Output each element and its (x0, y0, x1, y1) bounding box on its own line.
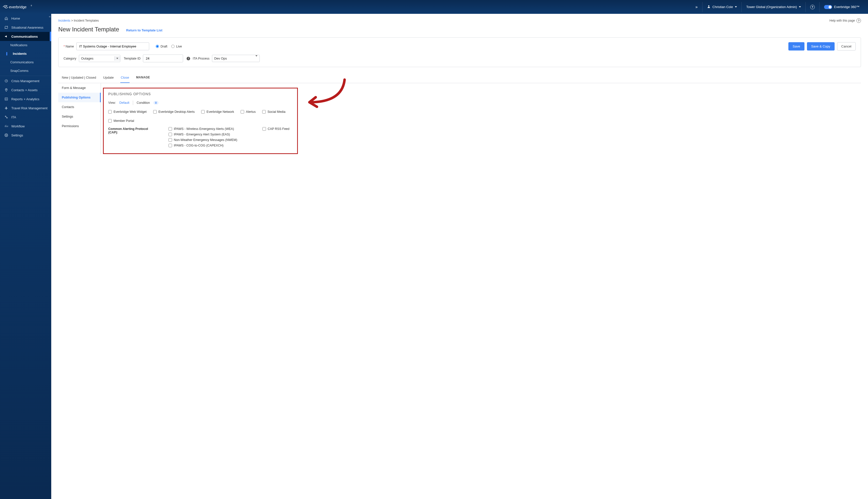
org-menu[interactable]: Tower Global (Organization Admin) (741, 2, 805, 12)
sidebar-item-label: Settings (11, 133, 23, 137)
check-web-widget[interactable]: Everbridge Web Widget (108, 110, 147, 113)
sidebar-item-settings[interactable]: Settings (0, 131, 51, 140)
tab-new-updated-closed[interactable]: New | Updated | Closed (61, 73, 97, 83)
tab-close[interactable]: Close (120, 73, 129, 83)
sidebar-item-travel[interactable]: Travel Risk Management (0, 104, 51, 112)
category-label: Category (64, 57, 76, 60)
sidebar-item-label: Workflow (11, 124, 25, 128)
sidebar-item-label: Crisis Management (11, 79, 39, 83)
check-social[interactable]: Social Media (262, 110, 286, 113)
sidebar-item-contacts[interactable]: Contacts + Assets (0, 85, 51, 95)
leftnav-settings[interactable]: Settings (58, 112, 101, 121)
category-select[interactable]: Outages (79, 55, 120, 62)
sidebar-item-crisis[interactable]: Crisis Management (0, 76, 51, 85)
everbridge-logo-icon: everbridge ® (2, 4, 35, 10)
help-icon: ? (856, 19, 861, 23)
sidebar-item-label: SnapComms (10, 69, 28, 73)
name-input[interactable] (76, 42, 149, 50)
category-value: Outages (81, 57, 94, 60)
help-button[interactable]: ? (805, 2, 819, 12)
tab-manage[interactable]: MANAGE (136, 73, 150, 83)
sidebar-item-label: Home (11, 16, 20, 20)
name-label: *Name (64, 45, 74, 48)
help-icon: ? (810, 5, 815, 9)
main-content: Incidents > Incident Templates Help with… (51, 14, 868, 499)
template-id-input[interactable] (143, 54, 183, 62)
svg-text:everbridge: everbridge (9, 5, 27, 9)
logo: everbridge ® (0, 0, 50, 14)
ita-select[interactable]: Dev Ops (212, 55, 260, 62)
svg-text:®: ® (31, 5, 32, 7)
right-pane: PUBLISHING OPTIONS View: Default Conditi… (101, 83, 861, 154)
check-network[interactable]: Everbridge Network (201, 110, 234, 113)
sidebar-item-workflow[interactable]: Workflow (0, 122, 51, 131)
help-page-link[interactable]: Help with this page ? (830, 19, 861, 23)
ita-label: ITA Process (193, 57, 209, 60)
user-menu[interactable]: Christian Cole (702, 2, 742, 12)
chevron-left-double-icon: « (49, 15, 50, 19)
sidebar-item-label: Reports + Analytics (11, 97, 39, 101)
cap-eas[interactable]: IPAWS - Emergency Alert System (EAS) (169, 133, 237, 136)
save-copy-button[interactable]: Save & Copy (807, 42, 834, 50)
sidebar-item-incidents[interactable]: Incidents (0, 49, 51, 58)
cap-capexch[interactable]: IPAWS - COG-to-COG (CAPEXCH) (169, 144, 237, 147)
leftnav-form-message[interactable]: Form & Message (58, 83, 101, 93)
brand-label: Everbridge 360™ (834, 5, 859, 9)
leftnav-contacts[interactable]: Contacts (58, 102, 101, 112)
draft-radio[interactable]: Draft (156, 45, 167, 48)
sidebar-item-label: Communications (10, 61, 34, 64)
user-icon (707, 5, 710, 9)
condition-count-badge: 0 (153, 101, 159, 105)
top-bar: everbridge ® » Christian Cole Tower Glob… (0, 0, 868, 14)
sidebar-item-notifications[interactable]: Notifications (0, 41, 51, 49)
home-icon (4, 16, 8, 20)
breadcrumb-root[interactable]: Incidents (58, 19, 70, 22)
bars-icon (4, 124, 8, 128)
live-radio[interactable]: Live (171, 45, 182, 48)
toggle-switch-icon (824, 5, 832, 9)
tab-update[interactable]: Update (103, 73, 114, 83)
sidebar-item-situational[interactable]: Situational Awareness (0, 23, 51, 32)
view-condition[interactable]: Condition (137, 101, 150, 105)
expand-button[interactable]: » (691, 2, 702, 12)
plane-icon (4, 106, 8, 110)
left-nav: Form & Message Publishing Options Contac… (58, 83, 101, 154)
cap-rss[interactable]: CAP RSS Feed (262, 127, 289, 131)
sidebar-item-communications[interactable]: Communications (0, 32, 51, 41)
clock-icon (4, 79, 8, 83)
cap-wea[interactable]: IPAWS - Wireless Emergency Alerts (WEA) (169, 127, 237, 131)
check-desktop-alerts[interactable]: Everbridge Desktop Alerts (153, 110, 195, 113)
sidebar-item-ita[interactable]: ITA (0, 112, 51, 122)
sidebar-collapse-button[interactable]: « (47, 13, 53, 19)
sidebar-item-snapcomms[interactable]: SnapComms (0, 66, 51, 75)
sidebar-item-label: Contacts + Assets (11, 88, 37, 92)
save-button[interactable]: Save (789, 42, 804, 50)
cap-nwem[interactable]: Non-Weather Emergency Messages (NWEM) (169, 138, 237, 142)
active-indicator-icon (6, 52, 7, 56)
help-page-label: Help with this page (830, 19, 855, 22)
caret-down-icon (735, 6, 737, 8)
info-icon[interactable]: i (187, 57, 190, 60)
sidebar-item-label: ITA (11, 115, 16, 119)
svg-point-8 (6, 135, 7, 136)
cancel-button[interactable]: Cancel (837, 42, 856, 50)
leftnav-publishing[interactable]: Publishing Options (58, 93, 101, 102)
svg-point-4 (6, 89, 7, 90)
sidebar: « Home Situational Awareness Communicati… (0, 14, 51, 499)
sidebar-item-label: Notifications (10, 44, 27, 47)
leftnav-permissions[interactable]: Permissions (58, 121, 101, 131)
tabs: New | Updated | Closed Update Close MANA… (58, 73, 861, 83)
check-alertus[interactable]: Alertus (240, 110, 256, 113)
return-link[interactable]: Return to Template List (126, 28, 162, 32)
sidebar-item-label: Travel Risk Management (11, 106, 48, 110)
sidebar-item-reports[interactable]: Reports + Analytics (0, 95, 51, 104)
check-member-portal[interactable]: Member Portal (108, 119, 134, 123)
publishing-heading: PUBLISHING OPTIONS (108, 92, 293, 96)
form-card: *Name Draft Live Save Save & Copy Cancel (58, 37, 861, 67)
sidebar-item-home[interactable]: Home (0, 14, 51, 23)
view-default[interactable]: Default (119, 101, 129, 105)
sidebar-item-communications-sub[interactable]: Communications (0, 58, 51, 66)
page-title: New Incident Template (58, 26, 119, 33)
link-icon (4, 115, 8, 119)
brand-toggle[interactable]: Everbridge 360™ (819, 2, 864, 12)
